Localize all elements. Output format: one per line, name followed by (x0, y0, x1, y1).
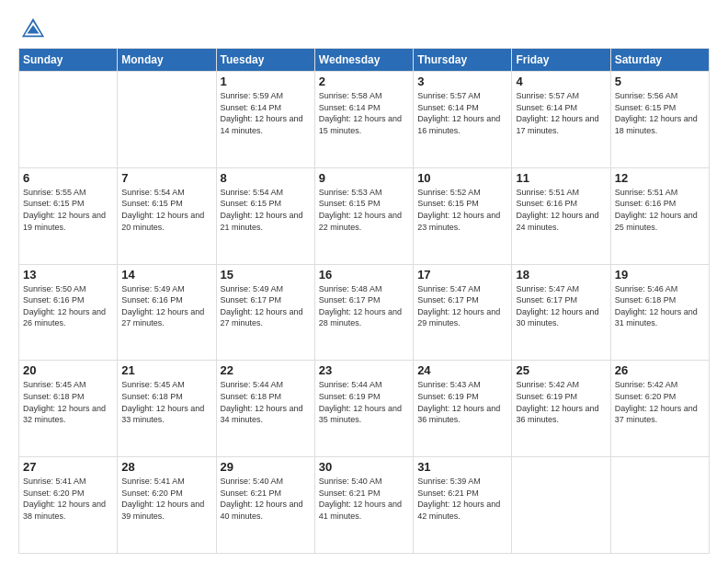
calendar-day: 11Sunrise: 5:51 AM Sunset: 6:16 PM Dayli… (512, 167, 610, 264)
day-number: 21 (121, 363, 211, 377)
day-info: Sunrise: 5:54 AM Sunset: 6:15 PM Dayligh… (221, 187, 311, 233)
day-header-monday: Monday (118, 49, 216, 72)
calendar-day: 23Sunrise: 5:44 AM Sunset: 6:19 PM Dayli… (314, 361, 413, 457)
day-info: Sunrise: 5:45 AM Sunset: 6:18 PM Dayligh… (121, 379, 211, 425)
calendar-day: 4Sunrise: 5:57 AM Sunset: 6:14 PM Daylig… (512, 72, 610, 168)
calendar-day: 28Sunrise: 5:41 AM Sunset: 6:20 PM Dayli… (118, 457, 216, 554)
day-number: 23 (319, 363, 409, 377)
day-header-thursday: Thursday (414, 49, 512, 72)
day-number: 29 (221, 460, 311, 474)
calendar-day: 8Sunrise: 5:54 AM Sunset: 6:15 PM Daylig… (216, 167, 314, 264)
day-number: 10 (417, 171, 507, 185)
calendar-day: 13Sunrise: 5:50 AM Sunset: 6:16 PM Dayli… (19, 264, 118, 361)
day-header-sunday: Sunday (19, 49, 118, 72)
day-number: 20 (23, 363, 113, 377)
calendar-week-2: 6Sunrise: 5:55 AM Sunset: 6:15 PM Daylig… (19, 167, 710, 264)
day-number: 6 (23, 171, 113, 185)
page: SundayMondayTuesdayWednesdayThursdayFrid… (0, 0, 728, 563)
day-number: 17 (417, 268, 507, 282)
calendar-day: 31Sunrise: 5:39 AM Sunset: 6:21 PM Dayli… (414, 457, 512, 554)
calendar-day: 14Sunrise: 5:49 AM Sunset: 6:16 PM Dayli… (118, 264, 216, 361)
day-number: 30 (319, 460, 409, 474)
calendar-week-1: 1Sunrise: 5:59 AM Sunset: 6:14 PM Daylig… (19, 72, 710, 168)
day-number: 24 (417, 363, 507, 377)
day-info: Sunrise: 5:55 AM Sunset: 6:15 PM Dayligh… (23, 187, 113, 233)
calendar-day (19, 72, 118, 168)
day-number: 2 (319, 75, 409, 88)
calendar-day: 26Sunrise: 5:42 AM Sunset: 6:20 PM Dayli… (610, 361, 709, 457)
logo (18, 15, 46, 40)
day-number: 7 (121, 171, 211, 185)
calendar-day: 10Sunrise: 5:52 AM Sunset: 6:15 PM Dayli… (414, 167, 512, 264)
day-info: Sunrise: 5:58 AM Sunset: 6:14 PM Dayligh… (319, 90, 409, 136)
calendar-day: 15Sunrise: 5:49 AM Sunset: 6:17 PM Dayli… (216, 264, 314, 361)
day-number: 28 (121, 460, 211, 474)
day-number: 15 (221, 268, 311, 282)
calendar-day: 1Sunrise: 5:59 AM Sunset: 6:14 PM Daylig… (216, 72, 314, 168)
calendar-week-3: 13Sunrise: 5:50 AM Sunset: 6:16 PM Dayli… (19, 264, 710, 361)
calendar-day: 29Sunrise: 5:40 AM Sunset: 6:21 PM Dayli… (216, 457, 314, 554)
day-info: Sunrise: 5:40 AM Sunset: 6:21 PM Dayligh… (319, 476, 409, 522)
logo-icon (20, 15, 46, 40)
day-header-wednesday: Wednesday (314, 49, 413, 72)
calendar-week-5: 27Sunrise: 5:41 AM Sunset: 6:20 PM Dayli… (19, 457, 710, 554)
header (18, 15, 710, 40)
day-info: Sunrise: 5:53 AM Sunset: 6:15 PM Dayligh… (319, 187, 409, 233)
day-number: 14 (121, 268, 211, 282)
day-info: Sunrise: 5:42 AM Sunset: 6:19 PM Dayligh… (516, 379, 606, 425)
day-number: 5 (615, 75, 705, 88)
day-number: 22 (221, 363, 311, 377)
calendar-day: 30Sunrise: 5:40 AM Sunset: 6:21 PM Dayli… (314, 457, 413, 554)
calendar-day: 20Sunrise: 5:45 AM Sunset: 6:18 PM Dayli… (19, 361, 118, 457)
day-number: 26 (615, 363, 705, 377)
day-info: Sunrise: 5:46 AM Sunset: 6:18 PM Dayligh… (615, 283, 705, 329)
day-number: 18 (516, 268, 606, 282)
day-info: Sunrise: 5:54 AM Sunset: 6:15 PM Dayligh… (121, 187, 211, 233)
day-number: 3 (417, 75, 507, 88)
day-info: Sunrise: 5:44 AM Sunset: 6:18 PM Dayligh… (221, 379, 311, 425)
day-info: Sunrise: 5:47 AM Sunset: 6:17 PM Dayligh… (516, 283, 606, 329)
day-info: Sunrise: 5:51 AM Sunset: 6:16 PM Dayligh… (615, 187, 705, 233)
day-number: 8 (221, 171, 311, 185)
calendar-day: 16Sunrise: 5:48 AM Sunset: 6:17 PM Dayli… (314, 264, 413, 361)
calendar-day: 5Sunrise: 5:56 AM Sunset: 6:15 PM Daylig… (610, 72, 709, 168)
calendar-day: 2Sunrise: 5:58 AM Sunset: 6:14 PM Daylig… (314, 72, 413, 168)
calendar-day: 9Sunrise: 5:53 AM Sunset: 6:15 PM Daylig… (314, 167, 413, 264)
day-info: Sunrise: 5:49 AM Sunset: 6:16 PM Dayligh… (121, 283, 211, 329)
day-info: Sunrise: 5:57 AM Sunset: 6:14 PM Dayligh… (516, 90, 606, 136)
calendar-day: 6Sunrise: 5:55 AM Sunset: 6:15 PM Daylig… (19, 167, 118, 264)
day-header-friday: Friday (512, 49, 610, 72)
calendar-day: 27Sunrise: 5:41 AM Sunset: 6:20 PM Dayli… (19, 457, 118, 554)
calendar-week-4: 20Sunrise: 5:45 AM Sunset: 6:18 PM Dayli… (19, 361, 710, 457)
day-info: Sunrise: 5:47 AM Sunset: 6:17 PM Dayligh… (417, 283, 507, 329)
calendar-day: 19Sunrise: 5:46 AM Sunset: 6:18 PM Dayli… (610, 264, 709, 361)
day-number: 11 (516, 171, 606, 185)
calendar-day: 3Sunrise: 5:57 AM Sunset: 6:14 PM Daylig… (414, 72, 512, 168)
calendar-day: 22Sunrise: 5:44 AM Sunset: 6:18 PM Dayli… (216, 361, 314, 457)
calendar-day: 17Sunrise: 5:47 AM Sunset: 6:17 PM Dayli… (414, 264, 512, 361)
calendar-day (118, 72, 216, 168)
day-info: Sunrise: 5:49 AM Sunset: 6:17 PM Dayligh… (221, 283, 311, 329)
day-info: Sunrise: 5:41 AM Sunset: 6:20 PM Dayligh… (23, 476, 113, 522)
calendar-day (610, 457, 709, 554)
calendar-day (512, 457, 610, 554)
day-number: 31 (417, 460, 507, 474)
day-number: 27 (23, 460, 113, 474)
day-header-tuesday: Tuesday (216, 49, 314, 72)
day-number: 12 (615, 171, 705, 185)
day-info: Sunrise: 5:39 AM Sunset: 6:21 PM Dayligh… (417, 476, 507, 522)
day-info: Sunrise: 5:48 AM Sunset: 6:17 PM Dayligh… (319, 283, 409, 329)
calendar-day: 25Sunrise: 5:42 AM Sunset: 6:19 PM Dayli… (512, 361, 610, 457)
calendar-day: 12Sunrise: 5:51 AM Sunset: 6:16 PM Dayli… (610, 167, 709, 264)
day-number: 1 (221, 75, 311, 88)
calendar-table: SundayMondayTuesdayWednesdayThursdayFrid… (18, 48, 710, 554)
calendar-day: 18Sunrise: 5:47 AM Sunset: 6:17 PM Dayli… (512, 264, 610, 361)
day-header-saturday: Saturday (610, 49, 709, 72)
day-number: 19 (615, 268, 705, 282)
day-number: 13 (23, 268, 113, 282)
day-info: Sunrise: 5:41 AM Sunset: 6:20 PM Dayligh… (121, 476, 211, 522)
day-info: Sunrise: 5:40 AM Sunset: 6:21 PM Dayligh… (221, 476, 311, 522)
day-info: Sunrise: 5:50 AM Sunset: 6:16 PM Dayligh… (23, 283, 113, 329)
day-info: Sunrise: 5:45 AM Sunset: 6:18 PM Dayligh… (23, 379, 113, 425)
day-number: 25 (516, 363, 606, 377)
